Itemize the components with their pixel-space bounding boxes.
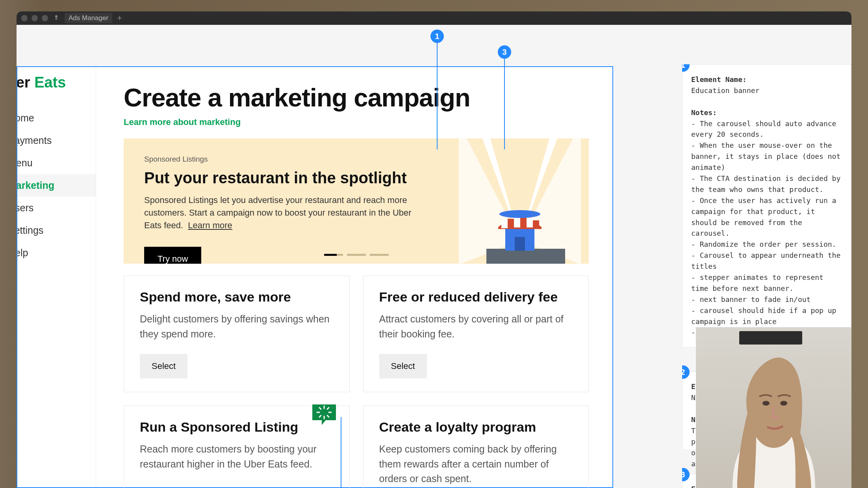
annotation-line-3 <box>504 59 505 149</box>
card-title: Create a loyalty program <box>379 419 573 435</box>
brand-eats: Eats <box>34 74 66 91</box>
page-title: Create a marketing campaign <box>124 83 589 112</box>
card-sponsored-listing: Run a Sponsored Listing Reach more custo… <box>124 406 350 488</box>
notes-line: - Once the user has actively run a campa… <box>691 195 842 239</box>
sidebar-item-help[interactable]: Help <box>17 242 96 264</box>
banner-learn-more-link[interactable]: Learn more <box>188 220 232 230</box>
svg-point-15 <box>499 210 540 218</box>
label-notes: Notes: <box>691 108 717 117</box>
app-sidebar: Uber Eats Home Payments Menu Marketing U… <box>17 67 96 487</box>
spec-marker-1[interactable]: 1 <box>682 64 690 72</box>
card-title: Run a Sponsored Listing <box>140 419 334 435</box>
spec-marker-3[interactable]: 3 <box>682 468 690 481</box>
notes-line: - The carousel should auto advance every… <box>691 118 842 140</box>
svg-rect-11 <box>527 218 533 227</box>
brand-uber: Uber <box>17 74 30 91</box>
design-artboard: Uber Eats Home Payments Menu Marketing U… <box>17 66 613 488</box>
notes-line: - When the user mouse-over on the banner… <box>691 140 842 173</box>
svg-rect-12 <box>508 219 514 227</box>
select-button[interactable]: Select <box>140 354 187 378</box>
banner-body: Sponsored Listings let you advertise you… <box>144 194 428 232</box>
notes-line: - The CTA destination is decided by the … <box>691 173 842 195</box>
notes-line: - next banner to fade in/out <box>691 294 842 305</box>
svg-point-24 <box>762 401 770 406</box>
card-loyalty-program: Create a loyalty program Keep customers … <box>363 406 589 488</box>
main-content: Create a marketing campaign Learn more a… <box>96 67 612 487</box>
svg-point-25 <box>780 401 787 406</box>
annotation-marker-1[interactable]: 1 <box>430 30 444 43</box>
app-tab[interactable]: Ads Manager <box>65 13 112 23</box>
education-banner: Sponsored Listings Put your restaurant i… <box>124 138 589 264</box>
svg-point-1 <box>55 18 57 20</box>
figma-icon <box>53 15 60 22</box>
svg-rect-6 <box>486 249 565 264</box>
boost-badge-icon <box>312 404 336 425</box>
annotation-marker-3[interactable]: 3 <box>498 45 511 59</box>
wall-frame <box>739 331 802 345</box>
notes-line: - stepper animates to represent time bef… <box>691 272 842 294</box>
new-tab-button[interactable]: + <box>117 15 122 22</box>
sidebar-item-menu[interactable]: Menu <box>17 152 96 174</box>
card-spend-more: Spend more, save more Delight customers … <box>124 276 350 392</box>
sidebar-item-marketing[interactable]: Marketing <box>17 174 96 197</box>
annotation-line-1 <box>437 43 438 149</box>
card-title: Free or reduced delivery fee <box>379 289 573 305</box>
card-body: Delight customers by offering savings wh… <box>140 312 334 341</box>
notes-line: - Carousel to appear underneath the titl… <box>691 250 842 272</box>
card-body: Keep customers coming back by offering t… <box>379 442 573 486</box>
presenter-portrait <box>713 354 835 488</box>
sidebar-item-users[interactable]: Users <box>17 197 96 219</box>
svg-rect-9 <box>501 220 508 228</box>
card-body: Reach more customers by boosting your re… <box>140 442 334 471</box>
svg-point-0 <box>55 15 57 18</box>
brand-logo: Uber Eats <box>17 74 96 107</box>
label-element-name: Element Name: <box>691 75 747 84</box>
window-titlebar: Ads Manager + <box>17 11 851 25</box>
svg-rect-8 <box>515 237 525 251</box>
webcam-overlay <box>696 327 851 488</box>
svg-rect-10 <box>514 218 520 227</box>
sidebar-item-home[interactable]: Home <box>17 107 96 129</box>
label-element-name: E <box>691 485 696 488</box>
try-now-button[interactable]: Try now <box>144 247 201 264</box>
svg-rect-14 <box>533 220 539 228</box>
label-element-name: E <box>691 382 696 391</box>
sidebar-item-settings[interactable]: Settings <box>17 219 96 242</box>
notes-line: - Randomize the order per session. <box>691 239 842 250</box>
spec-note-1: 1 Element Name: Education banner Notes: … <box>682 64 851 348</box>
value-element-name: Education banner <box>691 85 842 96</box>
label-notes: N <box>691 415 696 424</box>
carousel-stepper[interactable] <box>324 254 389 256</box>
card-body: Attract customers by covering all or par… <box>379 312 573 341</box>
sidebar-item-payments[interactable]: Payments <box>17 129 96 152</box>
select-button[interactable]: Select <box>379 354 427 378</box>
notes-line: - carousel should hide if a pop up campa… <box>691 305 842 327</box>
card-delivery-fee: Free or reduced delivery fee Attract cus… <box>363 276 589 392</box>
card-title: Spend more, save more <box>140 289 334 305</box>
svg-rect-13 <box>520 217 527 227</box>
annotation-line-2 <box>341 417 341 488</box>
traffic-lights[interactable] <box>21 15 48 21</box>
spotlight-illustration <box>459 138 581 264</box>
learn-more-marketing-link[interactable]: Learn more about marketing <box>124 117 241 127</box>
spec-marker-2[interactable]: 2 <box>682 365 690 379</box>
